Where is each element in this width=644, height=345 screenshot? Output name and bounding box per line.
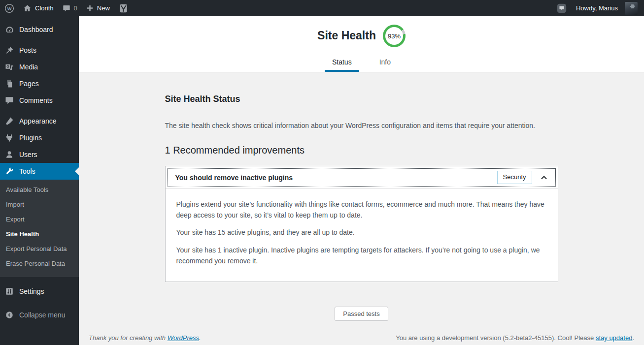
footer: Thank you for creating with WordPress. Y… (79, 334, 644, 342)
health-score-ring: 93% (383, 25, 406, 47)
admin-bar-right: Howdy, Marius (552, 0, 644, 16)
avatar (625, 2, 638, 15)
sidebar-item-label: Comments (19, 95, 53, 105)
menu-separator (0, 109, 79, 113)
footer-version: You are using a development version (5.2… (396, 334, 634, 342)
issue-title: You should remove inactive plugins (175, 174, 293, 182)
collapse-menu-button[interactable]: Collapse menu (0, 307, 79, 323)
tab-info[interactable]: Info (372, 53, 398, 72)
wrench-icon (4, 166, 14, 176)
sidebar-item-label: Users (19, 150, 37, 159)
sidebar-item-label: Media (19, 62, 38, 72)
sidebar-item-label: Appearance (19, 116, 57, 126)
submenu-item-export-personal-data[interactable]: Export Personal Data (0, 242, 79, 256)
footer-thanks-period: . (199, 334, 201, 342)
footer-thanks: Thank you for creating with WordPress. (89, 334, 201, 342)
sidebar-item-label: Settings (19, 286, 44, 296)
sidebar-item-label: Posts (19, 45, 36, 55)
health-tabs: Status Info (79, 53, 644, 72)
comments-menu[interactable]: 0 (58, 0, 82, 16)
my-account-menu[interactable]: Howdy, Marius (572, 0, 642, 16)
sidebar-item-settings[interactable]: Settings (0, 283, 79, 300)
footer-thanks-text: Thank you for creating with (89, 334, 168, 342)
admin-sidebar: Dashboard Posts Media (0, 16, 79, 345)
new-content-menu[interactable]: New (82, 0, 114, 16)
sidebar-item-tools[interactable]: Tools (0, 163, 79, 180)
collapse-menu-label: Collapse menu (19, 310, 65, 320)
site-health-header: Site Health 93% Status Info (79, 16, 644, 72)
comment-bubble-icon (4, 95, 14, 105)
submenu-item-export[interactable]: Export (0, 212, 79, 227)
svg-text:W: W (7, 6, 12, 11)
media-camera-icon (4, 62, 14, 72)
issue-card: You should remove inactive plugins Secur… (165, 166, 558, 282)
yoast-menu[interactable] (114, 0, 133, 16)
active-menu-arrow (71, 167, 79, 175)
pages-icon (4, 79, 14, 89)
chevron-up-icon (540, 174, 548, 182)
user-icon (4, 150, 14, 159)
howdy-label: Howdy, Marius (576, 4, 618, 12)
sidebar-item-label: Tools (19, 166, 35, 176)
dashboard-gauge-icon (4, 25, 14, 34)
wp-logo-menu[interactable]: W (0, 0, 19, 16)
site-name-menu[interactable]: Clorith (19, 0, 58, 16)
issue-paragraph: Your site has 1 inactive plugin. Inactiv… (176, 245, 547, 266)
sidebar-item-label: Plugins (19, 133, 42, 143)
sidebar-item-label: Pages (19, 79, 39, 89)
site-health-body: Site Health Status The site health check… (79, 72, 644, 321)
issue-body: Plugins extend your site’s functionality… (166, 189, 558, 282)
home-icon (23, 4, 32, 12)
comment-bubble-icon (63, 4, 70, 12)
health-score-value: 93% (385, 27, 403, 45)
submenu-item-site-health[interactable]: Site Health (0, 227, 79, 242)
tools-submenu: Available Tools Import Export Site Healt… (0, 180, 79, 277)
plus-icon (86, 4, 94, 12)
comments-count: 0 (74, 4, 77, 12)
passed-tests-button[interactable]: Passed tests (335, 307, 388, 321)
menu-separator (0, 38, 79, 42)
sliders-icon (4, 286, 14, 296)
wordpress-link[interactable]: WordPress (168, 334, 199, 342)
feedback-menu[interactable] (552, 0, 572, 16)
issue-accordion-header[interactable]: You should remove inactive plugins Secur… (166, 166, 558, 189)
new-label: New (97, 4, 110, 12)
tab-status[interactable]: Status (325, 53, 359, 72)
issue-paragraph: Plugins extend your site’s functionality… (176, 199, 547, 220)
admin-bar: W Clorith 0 (0, 0, 644, 16)
section-title: Site Health Status (165, 94, 558, 104)
sidebar-item-appearance[interactable]: Appearance (0, 113, 79, 129)
submenu-item-erase-personal-data[interactable]: Erase Personal Data (0, 256, 79, 271)
sidebar-item-posts[interactable]: Posts (0, 42, 79, 59)
intro-text: The site health check shows critical inf… (165, 121, 558, 131)
footer-version-text: You are using a development version (5.2… (396, 334, 596, 342)
collapse-arrow-icon (4, 310, 14, 320)
security-badge: Security (497, 171, 532, 184)
content-area: Site Health 93% Status Info Site Health … (79, 16, 644, 345)
wordpress-logo-icon: W (4, 3, 14, 13)
plug-icon (4, 133, 14, 143)
paintbrush-icon (4, 116, 14, 126)
sidebar-item-plugins[interactable]: Plugins (0, 129, 79, 146)
issue-paragraph: Your site has 15 active plugins, and the… (176, 227, 547, 238)
page-title: Site Health (317, 29, 376, 43)
submenu-item-available-tools[interactable]: Available Tools (0, 183, 79, 197)
stay-updated-link[interactable]: stay updated (596, 334, 632, 342)
submenu-item-import[interactable]: Import (0, 197, 79, 212)
feedback-bubble-icon (556, 3, 567, 14)
recommended-improvements-heading: 1 Recommended improvements (165, 145, 558, 156)
sidebar-item-comments[interactable]: Comments (0, 92, 79, 109)
sidebar-item-pages[interactable]: Pages (0, 75, 79, 92)
sidebar-item-users[interactable]: Users (0, 146, 79, 163)
site-name-label: Clorith (35, 4, 54, 12)
sidebar-item-dashboard[interactable]: Dashboard (0, 21, 79, 38)
yoast-icon (119, 3, 129, 13)
footer-version-period: . (632, 334, 634, 342)
sidebar-item-media[interactable]: Media (0, 59, 79, 75)
pushpin-icon (4, 45, 14, 55)
sidebar-item-label: Dashboard (19, 25, 53, 34)
